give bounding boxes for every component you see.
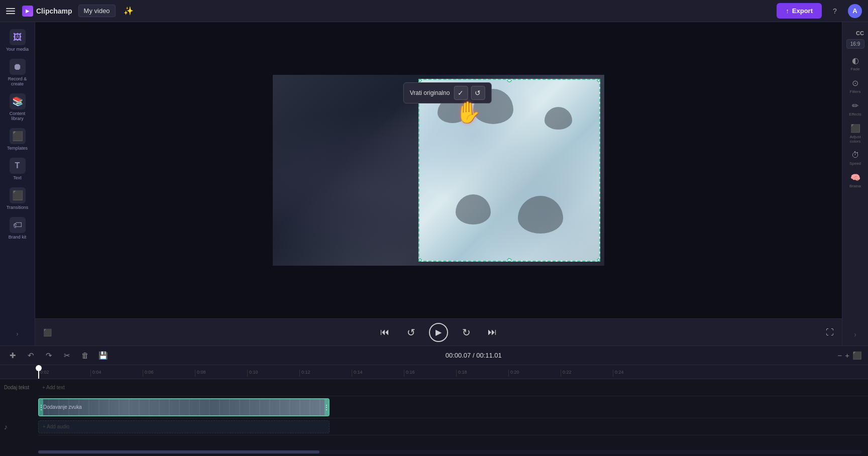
logo-area: ▶ Clipchamp <box>22 6 72 17</box>
tick-0:16: 0:16 <box>404 370 456 377</box>
playhead-marker <box>36 365 42 371</box>
resize-handle-bottom-mid[interactable] <box>507 258 512 262</box>
skip-end-button[interactable]: ⏭ <box>484 324 500 340</box>
sidebar-item-your-media[interactable]: 🖼 Your media <box>2 26 34 55</box>
captions-label[interactable]: CC <box>856 30 864 36</box>
skip-forward-button[interactable]: ↻ <box>458 324 474 340</box>
playhead[interactable] <box>38 365 39 379</box>
tick-0:20: 0:20 <box>508 370 561 377</box>
redo-button[interactable]: ↷ <box>42 349 55 362</box>
sidebar-label-record: Record & create <box>4 76 32 86</box>
logo-icon: ▶ <box>22 6 33 17</box>
right-tool-filters[interactable]: ⊙ Filters <box>843 75 867 97</box>
zoom-in-button[interactable]: + <box>845 351 849 360</box>
sidebar-item-brand-kit[interactable]: 🏷 Brand kit <box>2 214 34 243</box>
ratio-container: 16:9 <box>846 39 864 49</box>
cut-button[interactable]: ✂ <box>60 349 73 362</box>
add-media-button[interactable]: ✚ <box>6 349 19 362</box>
resize-handle-bottom-left[interactable] <box>418 258 422 262</box>
sidebar-label-templates: Templates <box>7 146 28 151</box>
right-tool-effects[interactable]: ✏ Effects <box>843 98 867 120</box>
add-audio-button[interactable]: + Add audio <box>38 420 330 433</box>
tick-0:08: 0:08 <box>195 370 247 377</box>
video-track-label <box>0 396 37 418</box>
skip-back-icon: ↺ <box>407 326 415 338</box>
zoom-out-button[interactable]: − <box>837 351 842 360</box>
right-tool-speed[interactable]: ⏱ Speed <box>843 148 867 169</box>
timeline-time-display: 00:00.07 / 00:11.01 <box>446 352 502 359</box>
tick-0:24: 0:24 <box>613 370 665 377</box>
resize-handle-top-right[interactable] <box>597 79 600 82</box>
right-tool-braina[interactable]: 🧠 Braina <box>843 170 867 191</box>
templates-icon: ⬛ <box>10 128 26 144</box>
clip-handle-right[interactable]: ⋮ <box>324 399 329 415</box>
timeline-area: ✚ ↶ ↷ ✂ 🗑 💾 00:00.07 / 00:11.01 − + ⬛ 0:… <box>0 346 868 456</box>
video-title-input[interactable]: My video <box>78 5 116 17</box>
video-selected-clip[interactable] <box>418 79 600 262</box>
timeline-tracks: Dodaj tekst + Add text ⋮ Dodavanje zvuka… <box>0 379 868 448</box>
resize-handle-bottom-right[interactable] <box>597 258 600 262</box>
help-button[interactable]: ? <box>828 4 842 18</box>
menu-button[interactable] <box>6 6 16 16</box>
subtitles-button[interactable]: ⬛ <box>43 328 52 336</box>
sidebar-label-text: Text <box>13 175 22 180</box>
audio-track-row: ♪ + Add audio <box>38 418 868 435</box>
scrollbar-thumb[interactable] <box>38 450 319 453</box>
aspect-ratio-badge[interactable]: 16:9 <box>846 39 864 49</box>
topbar-right: ↑ Export ? A <box>777 3 862 19</box>
playback-controls: ⬛ ⏮ ↺ ▶ ↻ ⏭ ⛶ <box>35 318 842 346</box>
tree-decoration <box>456 194 491 224</box>
sidebar-expand-button[interactable]: › <box>2 326 34 341</box>
delete-button[interactable]: 🗑 <box>78 349 91 362</box>
timeline-scrollbar[interactable] <box>38 450 862 454</box>
text-track-content: + Add text <box>38 379 69 396</box>
sidebar-item-text[interactable]: T Text <box>2 155 34 183</box>
add-text-button[interactable]: + Add text <box>38 381 69 394</box>
current-time: 00:00.07 <box>446 352 471 359</box>
avatar[interactable]: A <box>848 4 862 18</box>
sidebar-item-templates[interactable]: ⬛ Templates <box>2 125 34 154</box>
canvas-area: Vrati originalno ✓ ↺ ✋ <box>273 75 604 266</box>
save-button[interactable]: 💾 <box>96 349 110 362</box>
ai-icon[interactable]: ✨ <box>122 4 136 18</box>
tick-0:06: 0:06 <box>143 370 195 377</box>
tooltip-text: Vrati originalno <box>410 89 450 96</box>
tooltip-box: Vrati originalno ✓ ↺ <box>403 82 492 103</box>
audio-track-content: + Add audio <box>38 418 330 435</box>
rewind-button[interactable]: ⏮ <box>377 324 393 340</box>
main-area: 🖼 Your media ⏺ Record & create 📚 Content… <box>0 22 868 346</box>
sidebar-item-transitions[interactable]: ⬛ Transitions <box>2 184 34 213</box>
skip-back-button[interactable]: ↺ <box>403 324 419 340</box>
right-tool-fade[interactable]: ◐ Fade <box>843 53 867 74</box>
text-icon: T <box>10 158 26 174</box>
your-media-icon: 🖼 <box>10 29 26 45</box>
undo-button[interactable]: ↶ <box>24 349 37 362</box>
sidebar-item-library[interactable]: 📚 Content library <box>2 90 34 124</box>
right-sidebar-collapse-button[interactable]: › <box>848 327 862 341</box>
filters-label: Filters <box>850 89 861 94</box>
ruler-ticks: 0:02 0:04 0:06 0:08 0:10 0:12 0:14 0:16 … <box>38 370 665 377</box>
export-button[interactable]: ↑ Export <box>777 3 822 19</box>
tick-0:02: 0:02 <box>38 370 90 377</box>
fullscreen-button[interactable]: ⛶ <box>826 328 834 337</box>
brand-kit-icon: 🏷 <box>10 217 26 233</box>
video-clip[interactable]: ⋮ Dodavanje zvuka ⋮ <box>38 398 330 416</box>
sidebar-item-record[interactable]: ⏺ Record & create <box>2 56 34 89</box>
right-sidebar: CC 16:9 ◐ Fade ⊙ Filters ✏ Effects ⬛ Adj… <box>842 22 868 346</box>
sidebar-label-library: Content library <box>4 111 32 121</box>
collapse-icon: › <box>854 330 856 338</box>
tooltip-revert-button[interactable]: ↺ <box>471 86 485 100</box>
video-preview: Vrati originalno ✓ ↺ ✋ <box>35 22 842 318</box>
tooltip-actions: ✓ ↺ <box>454 86 485 100</box>
add-audio-label: + Add audio <box>43 424 69 429</box>
tick-0:18: 0:18 <box>456 370 508 377</box>
zoom-fit-button[interactable]: ⬛ <box>852 351 862 360</box>
export-icon: ↑ <box>786 7 789 15</box>
right-tool-adjust-colors[interactable]: ⬛ Adjust colors <box>843 121 867 147</box>
tick-0:22: 0:22 <box>561 370 613 377</box>
rewind-icon: ⏮ <box>380 327 389 337</box>
play-button[interactable]: ▶ <box>429 323 448 342</box>
left-sidebar: 🖼 Your media ⏺ Record & create 📚 Content… <box>0 22 35 346</box>
record-icon: ⏺ <box>10 59 26 75</box>
tooltip-confirm-button[interactable]: ✓ <box>454 86 468 100</box>
